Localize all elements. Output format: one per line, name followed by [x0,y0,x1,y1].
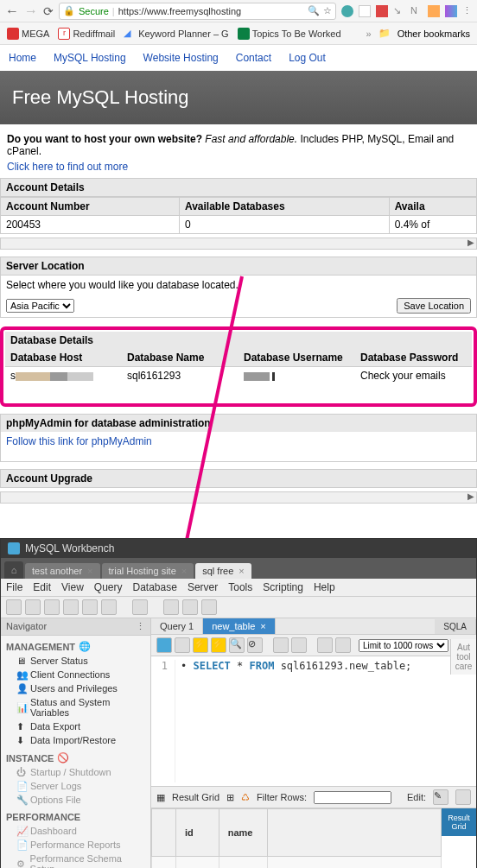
bookmark-topics[interactable]: Topics To Be Worked [238,28,341,40]
back-button[interactable]: ← [5,3,19,19]
nav-item[interactable]: 👥Client Connections [1,668,150,681]
menu-help[interactable]: Help [314,581,335,593]
nav-logout[interactable]: Log Out [289,52,326,64]
tb-icon[interactable] [273,637,289,653]
limit-select[interactable]: Limit to 1000 rows [359,639,448,652]
server-sub: Select where you would like you database… [0,276,477,295]
bookmark-mega[interactable]: MEGA [7,28,49,40]
close-icon[interactable]: × [238,566,244,576]
nav-item[interactable]: 👤Users and Privileges [1,681,150,695]
tb-icon[interactable] [132,599,148,615]
nav-section-perf: PERFORMANCE [1,807,150,824]
wb-home-tab[interactable]: ⌂ [4,561,23,579]
menu-tools[interactable]: Tools [228,581,252,593]
menu-database[interactable]: Database [133,581,177,593]
tb-icon[interactable]: 🔍 [229,637,245,653]
menu-query[interactable]: Query [94,581,123,593]
search-icon[interactable]: 🔍 [308,5,320,16]
sql-editor[interactable]: 1 • SELECT * FROM sql6161293.new_table; [151,656,476,786]
account-table: Account NumberAvailable DatabasesAvaila … [0,197,477,234]
site-nav: Home MySQL Hosting Website Hosting Conta… [0,45,477,71]
star-icon[interactable]: ☆ [323,5,332,16]
h-scrollbar[interactable] [0,491,477,504]
tb-icon[interactable]: ✎ [433,789,448,805]
ext-icon[interactable] [376,5,388,17]
tb-icon[interactable] [25,599,41,615]
url-bar[interactable]: 🔒 Secure | https://www.freemysqlhosting … [59,3,336,20]
ext-icon[interactable] [341,5,353,17]
tb-icon[interactable] [63,599,79,615]
query-tab[interactable]: Query 1 [151,618,203,634]
menu-icon[interactable]: ⋮ [462,5,472,16]
ext-icon[interactable] [445,5,457,17]
phpmyadmin-panel: phpMyAdmin for database administration F… [0,414,477,462]
tb-icon[interactable]: ⚡ [211,637,226,653]
close-icon[interactable]: × [87,566,92,576]
nav-item[interactable]: 🔧Options File [1,793,150,807]
forward-button[interactable]: → [24,3,38,19]
tb-icon[interactable] [335,637,351,653]
tb-icon[interactable] [44,599,60,615]
nav-home[interactable]: Home [9,52,36,64]
promo-link[interactable]: Click here to find out more [0,161,477,178]
nav-item[interactable]: 📄Server Logs [1,779,150,793]
nav-item[interactable]: 📈Dashboard [1,824,150,838]
nav-mysql[interactable]: MySQL Hosting [54,52,126,64]
wb-logo-icon [8,542,20,554]
ext-icon[interactable] [359,5,371,17]
tb-icon[interactable] [201,599,217,615]
chevron-right-icon[interactable]: » [366,29,372,39]
result-grid-btn[interactable]: Result Grid [442,808,476,836]
result-grid[interactable]: idname ▶NULLNULL [151,808,442,868]
tb-icon[interactable] [175,637,190,653]
menu-server[interactable]: Server [188,581,218,593]
save-location-button[interactable]: Save Location [397,298,471,314]
nav-item[interactable]: 📊Status and System Variables [1,695,150,719]
nav-item[interactable]: 📄Performance Reports [1,838,150,852]
nav-item[interactable]: 🖥Server Status [1,654,150,668]
tb-icon[interactable] [163,599,179,615]
ext-icon[interactable]: ↘ [393,5,405,17]
db-pass: Check your emails [355,367,472,384]
nav-web[interactable]: Website Hosting [143,52,219,64]
ext-icon[interactable]: N [410,5,423,17]
wb-titlebar: MySQL Workbench [1,539,476,558]
reload-button[interactable]: ⟳ [43,4,54,18]
nav-item[interactable]: ⬇Data Import/Restore [1,733,150,747]
url-text: https://www.freemysqlhosting [118,6,241,16]
menu-scripting[interactable]: Scripting [263,581,303,593]
filter-rows-input[interactable] [314,791,391,804]
menu-view[interactable]: View [61,581,84,593]
tb-icon[interactable]: ⚡ [193,637,208,653]
nav-item[interactable]: ⬆Data Export [1,719,150,733]
menu-edit[interactable]: Edit [33,581,51,593]
wb-tab-active[interactable]: sql free× [195,563,251,579]
tb-icon[interactable]: ⊘ [247,637,263,653]
tb-icon[interactable] [101,599,117,615]
ext-icon[interactable] [428,5,440,17]
phpmyadmin-link[interactable]: Follow this link for phpMyAdmin [6,435,152,447]
nav-section-mgmt: MANAGEMENT 🌐 [1,636,150,654]
hero-title: Free MySQL Hosting [12,86,465,109]
server-select[interactable]: Asia Pacific [6,299,74,313]
tb-icon[interactable] [156,637,172,653]
close-icon[interactable]: × [181,566,187,576]
tb-icon[interactable] [455,789,471,805]
tb-icon[interactable] [317,637,333,653]
h-scrollbar[interactable] [0,238,477,250]
wb-tab[interactable]: test another× [25,563,100,579]
menu-file[interactable]: File [6,581,22,593]
tb-icon[interactable] [6,599,22,615]
wb-tab[interactable]: trial Hosting site× [102,563,194,579]
bookmark-kw[interactable]: ◢Keyword Planner – G [124,28,229,40]
close-icon[interactable]: × [260,621,265,631]
query-tab-active[interactable]: new_table× [203,618,276,634]
nav-item[interactable]: ⏻Startup / Shutdown [1,765,150,779]
bookmark-rediff[interactable]: rRediffmail [58,28,115,40]
other-bookmarks[interactable]: Other bookmarks [398,29,470,39]
tb-icon[interactable] [291,637,307,653]
nav-contact[interactable]: Contact [236,52,271,64]
tb-icon[interactable] [82,599,98,615]
tb-icon[interactable] [182,599,198,615]
nav-item[interactable]: ⚙Performance Schema Setup [1,852,150,868]
